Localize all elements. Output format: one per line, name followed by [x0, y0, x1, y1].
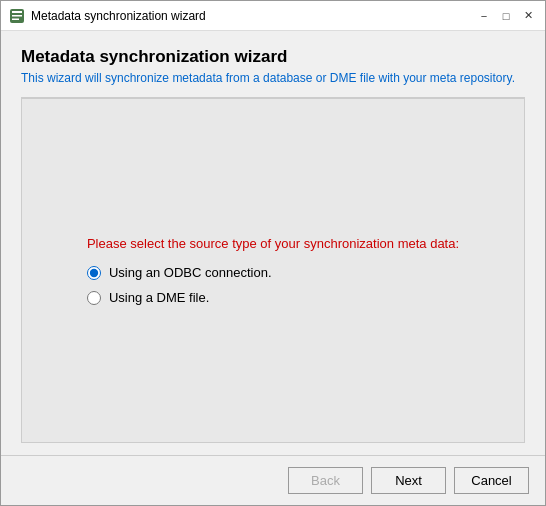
svg-rect-3	[12, 18, 19, 20]
option-dme[interactable]: Using a DME file.	[87, 290, 459, 305]
minimize-button[interactable]: −	[475, 7, 493, 25]
footer: Back Next Cancel	[1, 455, 545, 505]
cancel-button[interactable]: Cancel	[454, 467, 529, 494]
next-button[interactable]: Next	[371, 467, 446, 494]
back-button[interactable]: Back	[288, 467, 363, 494]
title-bar: Metadata synchronization wizard − □ ✕	[1, 1, 545, 31]
window-title: Metadata synchronization wizard	[31, 9, 475, 23]
close-button[interactable]: ✕	[519, 7, 537, 25]
main-window: Metadata synchronization wizard − □ ✕ Me…	[0, 0, 546, 506]
main-panel: Please select the source type of your sy…	[21, 98, 525, 443]
maximize-button[interactable]: □	[497, 7, 515, 25]
selection-area: Please select the source type of your sy…	[87, 236, 459, 305]
option-odbc[interactable]: Using an ODBC connection.	[87, 265, 459, 280]
page-subtitle: This wizard will synchronize metadata fr…	[21, 71, 525, 85]
radio-dme[interactable]	[87, 291, 101, 305]
radio-odbc-label: Using an ODBC connection.	[109, 265, 272, 280]
svg-rect-2	[12, 15, 22, 17]
window-icon	[9, 8, 25, 24]
selection-prompt: Please select the source type of your sy…	[87, 236, 459, 251]
radio-dme-label: Using a DME file.	[109, 290, 209, 305]
content-area: Metadata synchronization wizard This wiz…	[1, 31, 545, 455]
radio-odbc[interactable]	[87, 266, 101, 280]
svg-rect-1	[12, 11, 22, 13]
window-controls: − □ ✕	[475, 7, 537, 25]
page-title: Metadata synchronization wizard	[21, 47, 525, 67]
